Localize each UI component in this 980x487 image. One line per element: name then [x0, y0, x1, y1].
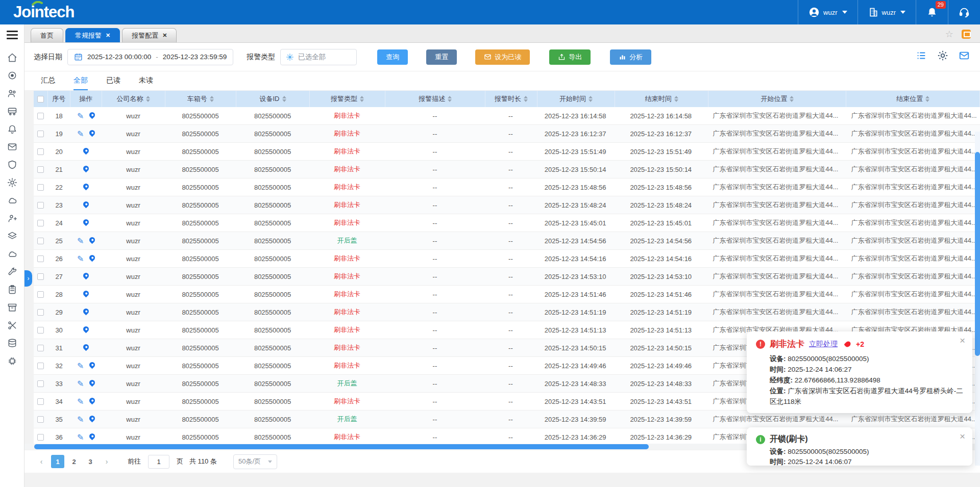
- sort-icon[interactable]: [146, 96, 150, 102]
- vehicle-icon[interactable]: [3, 102, 21, 120]
- edit-icon[interactable]: ✎: [77, 397, 84, 406]
- row-checkbox[interactable]: [37, 238, 44, 244]
- location-pin-icon[interactable]: [88, 414, 96, 422]
- archive-icon[interactable]: [3, 298, 21, 316]
- organization-icon[interactable]: [3, 84, 21, 102]
- mail-icon[interactable]: [3, 138, 21, 156]
- wrench-icon[interactable]: [3, 263, 21, 280]
- location-pin-icon[interactable]: [82, 182, 90, 190]
- analyze-button[interactable]: 分析: [610, 49, 651, 65]
- column-header[interactable]: 车箱号: [165, 91, 237, 107]
- select-all-checkbox[interactable]: [37, 96, 44, 102]
- location-pin-icon[interactable]: [88, 111, 96, 119]
- row-checkbox[interactable]: [37, 398, 44, 405]
- column-header[interactable]: 报警时长: [485, 91, 537, 107]
- sort-icon[interactable]: [674, 96, 678, 102]
- mail-icon[interactable]: [959, 50, 970, 61]
- reset-button[interactable]: 重置: [426, 49, 457, 65]
- row-checkbox[interactable]: [37, 166, 44, 173]
- row-checkbox[interactable]: [37, 220, 44, 226]
- export-button[interactable]: 导出: [549, 49, 591, 65]
- location-pin-icon[interactable]: [82, 164, 90, 172]
- row-checkbox[interactable]: [37, 309, 44, 316]
- location-pin-icon[interactable]: [82, 289, 90, 297]
- prev-page-button[interactable]: ‹: [35, 455, 48, 468]
- location-pin-icon[interactable]: [82, 218, 90, 226]
- row-checkbox[interactable]: [37, 131, 44, 137]
- column-header[interactable]: 报警类型: [310, 91, 385, 107]
- edit-icon[interactable]: ✎: [77, 415, 84, 424]
- page-button-1[interactable]: 1: [51, 455, 64, 468]
- edit-icon[interactable]: ✎: [77, 111, 84, 121]
- row-checkbox[interactable]: [37, 380, 44, 387]
- org-menu[interactable]: wuzr: [857, 0, 916, 24]
- notifications[interactable]: 29: [916, 0, 948, 24]
- row-checkbox[interactable]: [37, 113, 44, 119]
- page-size-select[interactable]: 50条/页: [233, 454, 277, 469]
- location-pin-icon[interactable]: [82, 343, 90, 351]
- location-pin-icon[interactable]: [82, 271, 90, 279]
- clipboard-icon[interactable]: [3, 280, 21, 298]
- user-menu[interactable]: wuzr: [798, 0, 857, 24]
- date-range-picker[interactable]: 2025-12-23 00:00:00 - 2025-12-23 23:59:5…: [67, 49, 233, 65]
- close-icon[interactable]: ×: [960, 431, 965, 441]
- row-checkbox[interactable]: [37, 273, 44, 280]
- column-header[interactable]: 设备ID: [236, 91, 310, 107]
- subtab-read[interactable]: 已读: [106, 71, 120, 90]
- location-pin-icon[interactable]: [82, 307, 90, 315]
- location-pin-icon[interactable]: [88, 396, 96, 404]
- column-header[interactable]: 开始位置: [708, 91, 846, 107]
- goto-page-input[interactable]: [148, 455, 169, 469]
- row-checkbox[interactable]: [37, 148, 44, 155]
- edit-icon[interactable]: ✎: [77, 361, 84, 371]
- cloud-icon[interactable]: [3, 191, 21, 209]
- alarm-icon[interactable]: [3, 120, 21, 138]
- horizontal-scroll-thumb[interactable]: [34, 444, 649, 449]
- database-icon[interactable]: [3, 334, 21, 352]
- monitor-icon[interactable]: [3, 66, 21, 84]
- location-pin-icon[interactable]: [88, 432, 96, 440]
- sort-icon[interactable]: [589, 96, 593, 102]
- row-checkbox[interactable]: [37, 202, 44, 209]
- support[interactable]: [948, 0, 980, 24]
- row-checkbox[interactable]: [37, 255, 44, 262]
- column-header[interactable]: 公司名称: [102, 91, 165, 107]
- location-pin-icon[interactable]: [88, 236, 96, 244]
- location-pin-icon[interactable]: [82, 325, 90, 333]
- query-button[interactable]: 查询: [377, 49, 408, 65]
- location-pin-icon[interactable]: [88, 378, 96, 387]
- sort-icon[interactable]: [925, 96, 929, 102]
- handle-now-link[interactable]: 立即处理: [809, 340, 838, 349]
- location-pin-icon[interactable]: [88, 253, 96, 262]
- row-checkbox[interactable]: [37, 291, 44, 298]
- next-page-button[interactable]: ›: [100, 455, 113, 468]
- location-pin-icon[interactable]: [82, 200, 90, 208]
- alarm-type-select[interactable]: 已选全部: [280, 49, 357, 65]
- scissors-icon[interactable]: [3, 316, 21, 334]
- location-pin-icon[interactable]: [82, 146, 90, 155]
- row-checkbox[interactable]: [37, 434, 44, 441]
- column-header[interactable]: 开始时间: [537, 91, 616, 107]
- vertical-scroll-thumb[interactable]: [975, 152, 980, 356]
- page-button-3[interactable]: 3: [84, 455, 97, 468]
- list-view-icon[interactable]: [916, 50, 927, 61]
- row-checkbox[interactable]: [37, 184, 44, 191]
- tab-home[interactable]: 首页: [31, 28, 63, 42]
- sort-icon[interactable]: [360, 96, 364, 102]
- sort-icon[interactable]: [210, 96, 214, 102]
- cloud-upload-icon[interactable]: [3, 245, 21, 263]
- edit-icon[interactable]: ✎: [77, 379, 84, 389]
- row-checkbox[interactable]: [37, 345, 44, 351]
- select-all-checkbox-cell[interactable]: [34, 91, 48, 107]
- location-pin-icon[interactable]: [88, 361, 96, 369]
- row-checkbox[interactable]: [37, 416, 44, 423]
- subtab-unread[interactable]: 未读: [139, 71, 153, 90]
- column-header[interactable]: 结束位置: [846, 91, 980, 107]
- sort-icon[interactable]: [448, 96, 452, 102]
- tab-alarm-config[interactable]: 报警配置✕: [122, 28, 177, 42]
- menu-icon[interactable]: [7, 29, 18, 41]
- edit-icon[interactable]: ✎: [77, 254, 84, 264]
- row-checkbox[interactable]: [37, 327, 44, 334]
- edit-icon[interactable]: ✎: [77, 236, 84, 246]
- sort-icon[interactable]: [524, 96, 528, 102]
